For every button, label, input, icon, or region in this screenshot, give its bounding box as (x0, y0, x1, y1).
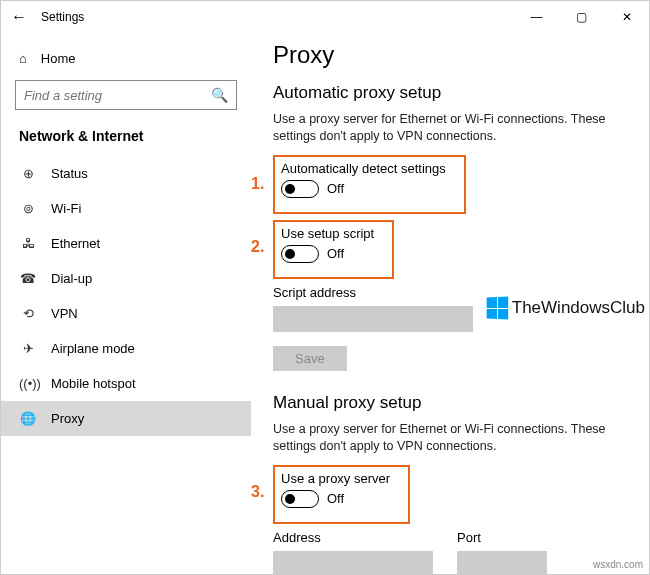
annotation-3: 3. (251, 483, 264, 501)
save-button: Save (273, 346, 347, 371)
use-proxy-label: Use a proxy server (281, 471, 390, 486)
wifi-icon: ⊚ (19, 201, 37, 216)
manual-proxy-heading: Manual proxy setup (273, 393, 635, 413)
script-address-input[interactable] (273, 306, 473, 332)
page-title: Proxy (273, 41, 635, 69)
auto-detect-state: Off (327, 181, 344, 196)
sidebar-section-title: Network & Internet (1, 124, 251, 156)
close-button[interactable]: ✕ (604, 1, 649, 33)
sidebar-item-hotspot[interactable]: ((•)) Mobile hotspot (1, 366, 251, 401)
domain-label: wsxdn.com (593, 559, 643, 570)
dialup-icon: ☎ (19, 271, 37, 286)
sidebar-item-wifi[interactable]: ⊚ Wi-Fi (1, 191, 251, 226)
search-box[interactable]: 🔍 (15, 80, 237, 110)
highlight-box-3: Use a proxy server Off (273, 465, 410, 524)
sidebar-item-ethernet[interactable]: 🖧 Ethernet (1, 226, 251, 261)
setup-script-state: Off (327, 246, 344, 261)
sidebar-item-airplane[interactable]: ✈ Airplane mode (1, 331, 251, 366)
home-icon: ⌂ (19, 51, 27, 66)
titlebar: ← Settings — ▢ ✕ (1, 1, 649, 33)
sidebar-item-label: Airplane mode (51, 341, 135, 356)
status-icon: ⊕ (19, 166, 37, 181)
content-pane: Proxy Automatic proxy setup Use a proxy … (251, 33, 649, 574)
sidebar-item-label: Ethernet (51, 236, 100, 251)
sidebar-home-label: Home (41, 51, 76, 66)
highlight-box-2: Use setup script Off (273, 220, 394, 279)
search-icon: 🔍 (211, 87, 228, 103)
auto-proxy-heading: Automatic proxy setup (273, 83, 635, 103)
watermark-text: TheWindowsClub (512, 298, 645, 318)
windows-logo-icon (486, 297, 508, 320)
minimize-button[interactable]: — (514, 1, 559, 33)
auto-proxy-desc: Use a proxy server for Ethernet or Wi-Fi… (273, 111, 633, 145)
manual-proxy-desc: Use a proxy server for Ethernet or Wi-Fi… (273, 421, 633, 455)
port-label: Port (457, 530, 547, 545)
sidebar-item-label: Wi-Fi (51, 201, 81, 216)
sidebar-item-label: Status (51, 166, 88, 181)
address-label: Address (273, 530, 433, 545)
sidebar-item-proxy[interactable]: 🌐 Proxy (1, 401, 251, 436)
setup-script-toggle[interactable] (281, 245, 319, 263)
sidebar-item-vpn[interactable]: ⟲ VPN (1, 296, 251, 331)
auto-detect-label: Automatically detect settings (281, 161, 446, 176)
use-proxy-state: Off (327, 491, 344, 506)
vpn-icon: ⟲ (19, 306, 37, 321)
airplane-icon: ✈ (19, 341, 37, 356)
sidebar-item-label: Dial-up (51, 271, 92, 286)
sidebar-item-status[interactable]: ⊕ Status (1, 156, 251, 191)
window-title: Settings (41, 10, 84, 24)
proxy-icon: 🌐 (19, 411, 37, 426)
annotation-2: 2. (251, 238, 264, 256)
sidebar-home[interactable]: ⌂ Home (1, 43, 251, 74)
address-input[interactable] (273, 551, 433, 575)
annotation-1: 1. (251, 175, 264, 193)
maximize-button[interactable]: ▢ (559, 1, 604, 33)
sidebar-item-label: VPN (51, 306, 78, 321)
back-button[interactable]: ← (11, 8, 41, 26)
use-proxy-toggle[interactable] (281, 490, 319, 508)
search-input[interactable] (24, 88, 211, 103)
port-input[interactable] (457, 551, 547, 575)
auto-detect-toggle[interactable] (281, 180, 319, 198)
sidebar-item-label: Proxy (51, 411, 84, 426)
hotspot-icon: ((•)) (19, 376, 37, 391)
sidebar-item-label: Mobile hotspot (51, 376, 136, 391)
sidebar-item-dialup[interactable]: ☎ Dial-up (1, 261, 251, 296)
setup-script-label: Use setup script (281, 226, 374, 241)
highlight-box-1: Automatically detect settings Off (273, 155, 466, 214)
window-controls: — ▢ ✕ (514, 1, 649, 33)
watermark: TheWindowsClub (482, 295, 649, 321)
ethernet-icon: 🖧 (19, 236, 37, 251)
sidebar: ⌂ Home 🔍 Network & Internet ⊕ Status ⊚ W… (1, 33, 251, 574)
